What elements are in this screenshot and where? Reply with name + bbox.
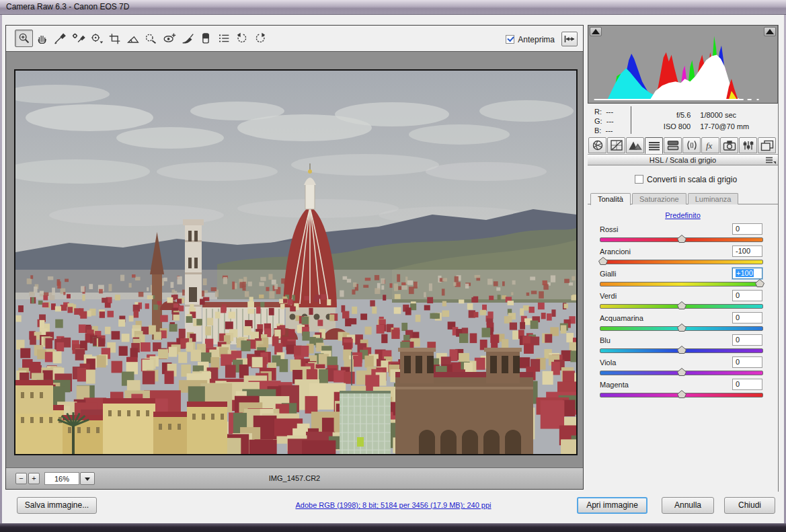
slider-value-text: 0 (736, 313, 740, 321)
slider-thumb[interactable] (677, 368, 686, 377)
slider-value-text: +100 (736, 269, 754, 277)
slider-track[interactable] (600, 260, 763, 264)
slider-thumb[interactable] (677, 346, 686, 355)
slider-label: Magenta (600, 381, 629, 389)
slider-thumb[interactable] (598, 257, 608, 266)
rotate-right-tool-button[interactable] (251, 30, 269, 47)
red-eye-tool-button[interactable] (160, 30, 178, 47)
highlight-clipping-button[interactable] (764, 27, 776, 36)
slider-value-input[interactable]: 0 (732, 334, 762, 346)
slider-label: Acquamarina (600, 314, 643, 322)
color-sampler-icon (71, 32, 86, 45)
tab-hsl-grayscale[interactable] (645, 137, 663, 154)
graduated-filter-tool-button[interactable] (196, 30, 214, 47)
b-value: --- (606, 126, 613, 135)
shadow-clipping-button[interactable] (590, 27, 602, 36)
color-sampler-tool-button[interactable] (69, 30, 87, 47)
hsl-subtab-saturazione[interactable]: Saturazione (632, 193, 686, 204)
white-balance-tool-button[interactable] (51, 30, 69, 47)
convert-grayscale-row[interactable]: Converti in scala di grigio (635, 175, 778, 184)
hsl-grayscale-icon (646, 140, 662, 152)
straighten-tool-button[interactable] (124, 30, 142, 47)
aperture-value: f/5.6 (676, 111, 691, 119)
slider-value-input[interactable]: 0 (732, 312, 762, 324)
crop-icon (108, 32, 122, 45)
r-value: --- (606, 107, 613, 116)
g-label: G: (594, 116, 602, 126)
save-image-button[interactable]: Salva immagine... (17, 497, 97, 514)
slider-row-magenta: Magenta0 (588, 379, 778, 401)
tab-basic[interactable] (588, 137, 606, 153)
panel-tab-strip: fx (588, 137, 778, 154)
iso-value: ISO 800 (664, 122, 691, 130)
hsl-subtab-luminanza[interactable]: Luminanza (688, 193, 739, 204)
tab-split-toning[interactable] (664, 137, 682, 153)
slider-label: Rossi (600, 225, 619, 233)
toggle-fullscreen-button[interactable] (561, 32, 578, 46)
hsl-panel-body: Converti in scala di grigio TonalitàSatu… (588, 175, 778, 401)
photo-canvas[interactable] (14, 69, 578, 455)
tab-presets[interactable] (739, 137, 757, 153)
slider-label: Gialli (600, 270, 616, 278)
slider-track[interactable] (600, 282, 763, 287)
slider-row-blu: Blu0 (588, 334, 778, 356)
image-filename: IMG_1457.CR2 (6, 474, 583, 482)
slider-label: Blu (600, 336, 611, 344)
open-image-button[interactable]: Apri immagine (577, 497, 647, 514)
targeted-adjustment-tool-button[interactable] (87, 30, 106, 47)
preview-panel: Anteprima − + 16% (5, 25, 584, 490)
slider-thumb[interactable] (677, 390, 686, 400)
convert-grayscale-label: Converti in scala di grigio (647, 175, 737, 184)
slider-thumb[interactable] (755, 279, 764, 289)
slider-value-input[interactable]: +100 (732, 268, 762, 279)
spot-removal-tool-button[interactable] (142, 30, 160, 47)
convert-grayscale-checkbox[interactable] (635, 175, 643, 184)
histogram (588, 25, 778, 104)
preview-checkbox[interactable]: Anteprima (506, 33, 555, 45)
window-frame-left (0, 15, 2, 523)
adjustment-brush-tool-button[interactable] (178, 30, 196, 47)
rotate-left-tool-button[interactable] (233, 30, 251, 47)
tab-lens-corrections[interactable] (682, 137, 701, 153)
lens-corrections-icon (684, 139, 700, 151)
close-button[interactable]: Chiudi (724, 497, 775, 514)
fullscreen-icon (564, 35, 575, 43)
tab-snapshots[interactable] (758, 137, 776, 153)
panel-menu-button[interactable] (765, 156, 776, 164)
slider-value-input[interactable]: 0 (732, 290, 762, 301)
slider-thumb[interactable] (677, 324, 686, 333)
zoom-icon (17, 32, 32, 45)
window-titlebar[interactable]: Camera Raw 6.3 - Canon EOS 7D (0, 0, 786, 15)
slider-value-input[interactable]: 0 (732, 379, 762, 390)
slider-value-input[interactable]: -100 (732, 245, 762, 257)
presets-icon (740, 139, 756, 151)
rotate-right-icon (253, 32, 268, 45)
slider-value-text: 0 (736, 358, 740, 366)
targeted-adjustment-icon (89, 32, 104, 45)
slider-thumb[interactable] (677, 301, 686, 311)
white-balance-icon (53, 32, 68, 45)
tab-camera-calibration[interactable] (720, 137, 738, 153)
hsl-tab-strip: TonalitàSaturazioneLuminanza (588, 193, 778, 204)
workflow-options-link[interactable]: Adobe RGB (1998); 8 bit; 5184 per 3456 (… (295, 501, 491, 509)
shadow-clipping-icon (592, 29, 600, 34)
crop-tool-button[interactable] (106, 30, 124, 47)
slider-value-input[interactable]: 0 (732, 223, 762, 235)
zoom-tool-button[interactable] (15, 30, 33, 47)
default-preset-link[interactable]: Predefinito (665, 211, 701, 219)
hsl-subtab-tonalità[interactable]: Tonalità (590, 193, 631, 205)
spot-removal-icon (144, 32, 159, 45)
slider-value-input[interactable]: 0 (732, 356, 762, 368)
hand-tool-button[interactable] (33, 30, 51, 47)
slider-thumb[interactable] (677, 235, 686, 244)
snapshots-icon (759, 139, 775, 151)
exif-divider (631, 106, 631, 134)
tab-detail[interactable] (626, 137, 644, 153)
cancel-button[interactable]: Annulla (662, 497, 714, 514)
adjustment-brush-icon (180, 32, 195, 45)
tab-effects[interactable]: fx (701, 137, 719, 153)
preview-checkbox-box[interactable] (506, 35, 514, 44)
tab-tone-curve[interactable] (607, 137, 625, 153)
detail-icon (627, 139, 643, 151)
preferences-tool-button[interactable] (214, 30, 233, 47)
